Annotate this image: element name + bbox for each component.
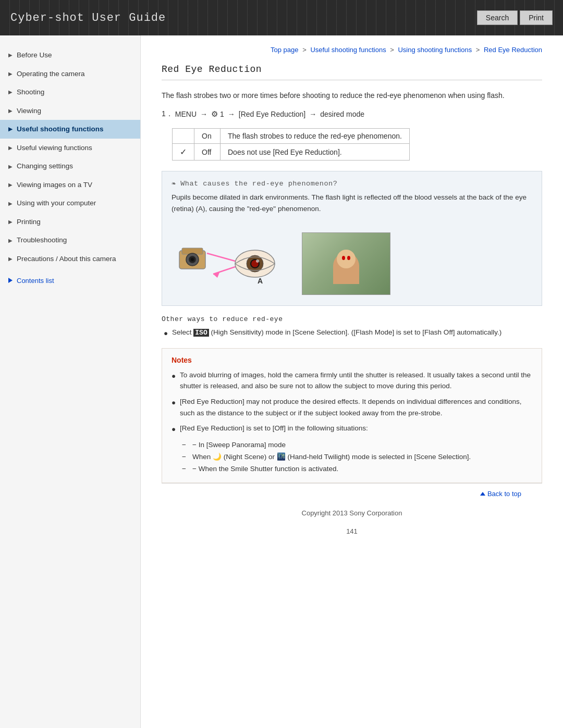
sidebar-item-useful-shooting[interactable]: ▶ Useful shooting functions <box>0 120 140 139</box>
note-text: To avoid blurring of images, hold the ca… <box>180 369 532 392</box>
app-title: Cyber-shot User Guide <box>10 11 166 24</box>
other-ways-section: Other ways to reduce red-eye ● Select IS… <box>162 315 542 339</box>
svg-point-13 <box>256 260 259 263</box>
back-to-top-link[interactable]: Back to top <box>480 490 521 498</box>
print-button[interactable]: Print <box>520 10 553 25</box>
menu-option: [Red Eye Reduction] <box>239 110 305 118</box>
sidebar-item-useful-viewing[interactable]: ▶ Useful viewing functions <box>0 139 140 157</box>
chevron-right-icon: ▶ <box>8 218 13 225</box>
chevron-right-icon: ▶ <box>8 200 13 207</box>
dash-item: − − In [Sweep Panorama] mode <box>182 439 532 451</box>
note-item: ● [Red Eye Reduction] is set to [Off] in… <box>172 423 532 435</box>
bullet-icon: ● <box>172 424 180 435</box>
footer-bar: Back to top <box>162 483 542 504</box>
sidebar-item-printing[interactable]: ▶ Printing <box>0 213 140 231</box>
chevron-right-icon: ▶ <box>8 126 13 132</box>
table-row: ✓ Off Does not use [Red Eye Reduction]. <box>173 144 410 161</box>
face-element <box>337 250 356 268</box>
triangle-up-icon <box>480 492 485 496</box>
table-row: On The flash strobes to reduce the red-e… <box>173 129 410 144</box>
sub-notes: − − In [Sweep Panorama] mode − When 🌙 (N… <box>172 439 532 475</box>
diagram-svg: A <box>177 222 291 295</box>
breadcrumb-item[interactable]: Top page <box>271 46 299 54</box>
right-eye <box>347 256 350 260</box>
sidebar-item-viewing-tv[interactable]: ▶ Viewing images on a TV <box>0 176 140 194</box>
option-label: On <box>194 129 221 144</box>
sidebar-item-operating[interactable]: ▶ Operating the camera <box>0 65 140 83</box>
chevron-right-icon: ▶ <box>8 163 13 170</box>
breadcrumb-separator: > <box>476 46 482 54</box>
note-item: ● To avoid blurring of images, hold the … <box>172 369 532 392</box>
sidebar-item-computer[interactable]: ▶ Using with your computer <box>0 194 140 213</box>
sidebar-label: Troubleshooting <box>17 236 67 245</box>
chevron-right-icon: ▶ <box>8 89 13 95</box>
dash-item: − − When the Smile Shutter function is a… <box>182 463 532 475</box>
sidebar: ▶ Before Use ▶ Operating the camera ▶ Sh… <box>0 35 141 728</box>
contents-list-label: Contents list <box>17 277 54 285</box>
breadcrumb-item[interactable]: Using shooting functions <box>398 46 472 54</box>
sidebar-item-shooting[interactable]: ▶ Shooting <box>0 83 140 102</box>
note-item: ● [Red Eye Reduction] may not produce th… <box>172 396 532 418</box>
bullet-icon: ● <box>172 371 180 382</box>
sidebar-label: Precautions / About this camera <box>17 254 116 264</box>
bullet-icon: ● <box>164 328 172 339</box>
breadcrumb-item[interactable]: Useful shooting functions <box>310 46 386 54</box>
photo-image <box>302 232 390 295</box>
breadcrumb-separator: > <box>302 46 308 54</box>
bullet-item: ● Select ISO (High Sensitivity) mode in … <box>162 327 542 339</box>
sidebar-label: Viewing <box>17 106 41 116</box>
step-number: 1． <box>162 109 173 119</box>
options-table: On The flash strobes to reduce the red-e… <box>172 128 410 161</box>
svg-text:A: A <box>258 277 263 285</box>
sidebar-label: Using with your computer <box>17 199 96 208</box>
search-button[interactable]: Search <box>477 10 518 25</box>
sub-note-text: − When the Smile Shutter function is act… <box>192 463 338 475</box>
sidebar-label: Useful viewing functions <box>17 143 92 153</box>
chevron-right-icon: ▶ <box>8 255 13 262</box>
option-description: The flash strobes to reduce the red-eye … <box>221 129 410 144</box>
arrow-icon: → <box>200 110 207 118</box>
other-ways-title: Other ways to reduce red-eye <box>162 315 542 323</box>
option-label: Off <box>194 144 221 161</box>
note-text: [Red Eye Reduction] may not produce the … <box>180 396 532 418</box>
breadcrumb-current: Red Eye Reduction <box>484 46 542 54</box>
sidebar-label: Useful shooting functions <box>17 125 104 134</box>
page-number: 141 <box>162 522 542 540</box>
check-cell: ✓ <box>173 144 194 161</box>
header-actions: Search Print <box>477 10 553 25</box>
sidebar-item-settings[interactable]: ▶ Changing settings <box>0 157 140 176</box>
sidebar-label: Before Use <box>17 51 52 60</box>
note-text: [Red Eye Reduction] is set to [Off] in t… <box>180 423 368 434</box>
copyright: Copyright 2013 Sony Corporation <box>162 504 542 522</box>
sub-note-text: − In [Sweep Panorama] mode <box>192 439 286 451</box>
page-description: The flash strobes two or more times befo… <box>162 90 542 101</box>
sidebar-label: Printing <box>17 217 41 227</box>
breadcrumb: Top page > Useful shooting functions > U… <box>162 46 542 54</box>
sidebar-label: Shooting <box>17 88 44 97</box>
notes-box: Notes ● To avoid blurring of images, hol… <box>162 348 542 483</box>
sidebar-label: Viewing images on a TV <box>17 180 92 190</box>
bullet-icon: ● <box>172 397 180 409</box>
sidebar-item-viewing[interactable]: ▶ Viewing <box>0 102 140 120</box>
sidebar-item-before-use[interactable]: ▶ Before Use <box>0 46 140 65</box>
gear-icon: ⚙ <box>211 109 218 119</box>
left-eye <box>342 256 345 260</box>
content-area: Top page > Useful shooting functions > U… <box>141 35 563 728</box>
arrow-right-icon <box>8 278 13 283</box>
dash-icon: − <box>182 463 192 475</box>
dash-icon: − <box>182 439 192 451</box>
info-box-text: Pupils become dilated in dark environmen… <box>172 192 532 214</box>
sidebar-item-troubleshooting[interactable]: ▶ Troubleshooting <box>0 231 140 250</box>
sidebar-item-precautions[interactable]: ▶ Precautions / About this camera <box>0 250 140 268</box>
main-layout: ▶ Before Use ▶ Operating the camera ▶ Sh… <box>0 35 563 728</box>
arrow-icon: → <box>309 110 316 118</box>
menu-instruction: 1． MENU → ⚙ 1 → [Red Eye Reduction] → de… <box>162 109 542 119</box>
diagram-area: A <box>172 222 532 295</box>
chevron-right-icon: ▶ <box>8 181 13 188</box>
bullet-text: Select ISO (High Sensitivity) mode in [S… <box>172 327 501 338</box>
info-box-title: ❧ What causes the red-eye phenomenon? <box>172 179 532 188</box>
dash-icon: − <box>182 451 192 463</box>
info-box: ❧ What causes the red-eye phenomenon? Pu… <box>162 171 542 305</box>
contents-list-link[interactable]: Contents list <box>0 270 140 291</box>
svg-point-4 <box>191 258 194 261</box>
